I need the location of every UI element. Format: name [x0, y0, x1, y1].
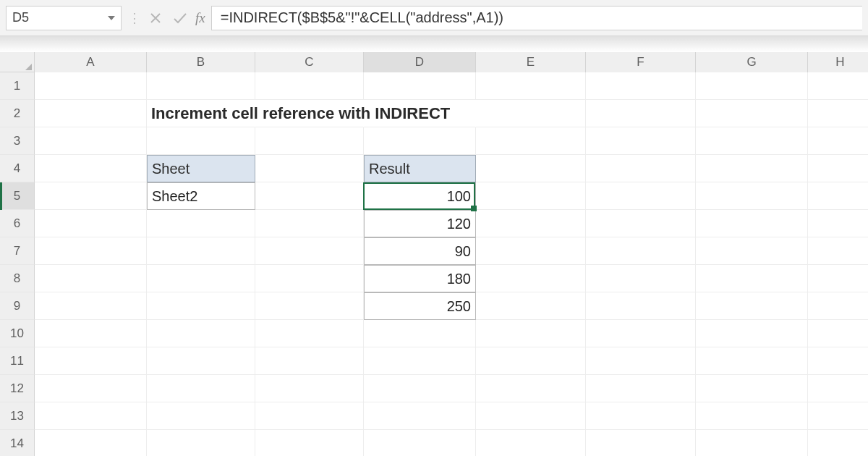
- cell-D7[interactable]: 90: [364, 237, 476, 265]
- cell-E2[interactable]: [476, 100, 586, 127]
- cell-G7[interactable]: [696, 237, 808, 265]
- cell-E1[interactable]: [476, 72, 586, 100]
- cell-E8[interactable]: [476, 265, 586, 292]
- row-header-6[interactable]: 6: [0, 210, 35, 237]
- row-header-7[interactable]: 7: [0, 237, 35, 265]
- cell-B14[interactable]: [147, 430, 255, 456]
- cell-F3[interactable]: [586, 127, 696, 155]
- cell-C7[interactable]: [255, 237, 364, 265]
- cell-G3[interactable]: [696, 127, 808, 155]
- cell-B9[interactable]: [147, 292, 255, 320]
- column-header-C[interactable]: C: [255, 52, 364, 72]
- cell-A8[interactable]: [35, 265, 147, 292]
- row-header-2[interactable]: 2: [0, 100, 35, 127]
- cell-H14[interactable]: [808, 430, 868, 456]
- cell-C9[interactable]: [255, 292, 364, 320]
- cell-C2[interactable]: [255, 100, 364, 127]
- cell-H2[interactable]: [808, 100, 868, 127]
- cell-D11[interactable]: [364, 347, 476, 375]
- cell-E12[interactable]: [476, 375, 586, 402]
- cell-F14[interactable]: [586, 430, 696, 456]
- cell-A13[interactable]: [35, 402, 147, 430]
- cell-A2[interactable]: [35, 100, 147, 127]
- cell-F10[interactable]: [586, 320, 696, 347]
- cell-B13[interactable]: [147, 402, 255, 430]
- column-header-B[interactable]: B: [147, 52, 255, 72]
- cell-F2[interactable]: [586, 100, 696, 127]
- row-header-5[interactable]: 5: [0, 182, 35, 210]
- cell-A9[interactable]: [35, 292, 147, 320]
- column-header-F[interactable]: F: [586, 52, 696, 72]
- cell-D9[interactable]: 250: [364, 292, 476, 320]
- cell-H12[interactable]: [808, 375, 868, 402]
- row-header-3[interactable]: 3: [0, 127, 35, 155]
- cell-F7[interactable]: [586, 237, 696, 265]
- fx-icon[interactable]: fx: [195, 10, 205, 26]
- column-header-D[interactable]: D: [364, 52, 476, 72]
- cell-H3[interactable]: [808, 127, 868, 155]
- cell-F1[interactable]: [586, 72, 696, 100]
- cell-A4[interactable]: [35, 155, 147, 182]
- column-header-H[interactable]: H: [808, 52, 868, 72]
- cell-A6[interactable]: [35, 210, 147, 237]
- cell-G12[interactable]: [696, 375, 808, 402]
- cell-D5[interactable]: 100: [364, 182, 476, 210]
- column-header-E[interactable]: E: [476, 52, 586, 72]
- cell-F11[interactable]: [586, 347, 696, 375]
- cell-C14[interactable]: [255, 430, 364, 456]
- cell-H6[interactable]: [808, 210, 868, 237]
- cell-D2[interactable]: [364, 100, 476, 127]
- cell-H9[interactable]: [808, 292, 868, 320]
- cell-B11[interactable]: [147, 347, 255, 375]
- cell-D13[interactable]: [364, 402, 476, 430]
- cell-G4[interactable]: [696, 155, 808, 182]
- cell-D10[interactable]: [364, 320, 476, 347]
- cell-C5[interactable]: [255, 182, 364, 210]
- cell-B5[interactable]: Sheet2: [147, 182, 255, 210]
- cell-G8[interactable]: [696, 265, 808, 292]
- cell-F13[interactable]: [586, 402, 696, 430]
- chevron-down-icon[interactable]: [108, 16, 115, 20]
- name-box[interactable]: D5: [6, 6, 122, 30]
- cell-B7[interactable]: [147, 237, 255, 265]
- cell-H10[interactable]: [808, 320, 868, 347]
- cell-E14[interactable]: [476, 430, 586, 456]
- cell-H11[interactable]: [808, 347, 868, 375]
- cell-H8[interactable]: [808, 265, 868, 292]
- cell-H4[interactable]: [808, 155, 868, 182]
- cell-A11[interactable]: [35, 347, 147, 375]
- row-header-11[interactable]: 11: [0, 347, 35, 375]
- cell-C6[interactable]: [255, 210, 364, 237]
- cell-A5[interactable]: [35, 182, 147, 210]
- cell-G10[interactable]: [696, 320, 808, 347]
- cell-D1[interactable]: [364, 72, 476, 100]
- cell-H5[interactable]: [808, 182, 868, 210]
- cell-B12[interactable]: [147, 375, 255, 402]
- cell-C3[interactable]: [255, 127, 364, 155]
- cell-B10[interactable]: [147, 320, 255, 347]
- cell-D4[interactable]: Result: [364, 155, 476, 182]
- cell-C12[interactable]: [255, 375, 364, 402]
- cell-G6[interactable]: [696, 210, 808, 237]
- cell-C1[interactable]: [255, 72, 364, 100]
- cell-G2[interactable]: [696, 100, 808, 127]
- cell-E10[interactable]: [476, 320, 586, 347]
- cell-A1[interactable]: [35, 72, 147, 100]
- row-header-12[interactable]: 12: [0, 375, 35, 402]
- cell-H1[interactable]: [808, 72, 868, 100]
- cell-F8[interactable]: [586, 265, 696, 292]
- row-header-4[interactable]: 4: [0, 155, 35, 182]
- cell-F4[interactable]: [586, 155, 696, 182]
- cell-D3[interactable]: [364, 127, 476, 155]
- cell-C8[interactable]: [255, 265, 364, 292]
- cell-E7[interactable]: [476, 237, 586, 265]
- cell-A3[interactable]: [35, 127, 147, 155]
- row-header-1[interactable]: 1: [0, 72, 35, 100]
- cell-G5[interactable]: [696, 182, 808, 210]
- cell-H7[interactable]: [808, 237, 868, 265]
- enter-check-icon[interactable]: [168, 6, 192, 30]
- cell-G14[interactable]: [696, 430, 808, 456]
- cancel-icon[interactable]: [143, 6, 168, 30]
- cell-E9[interactable]: [476, 292, 586, 320]
- cell-G13[interactable]: [696, 402, 808, 430]
